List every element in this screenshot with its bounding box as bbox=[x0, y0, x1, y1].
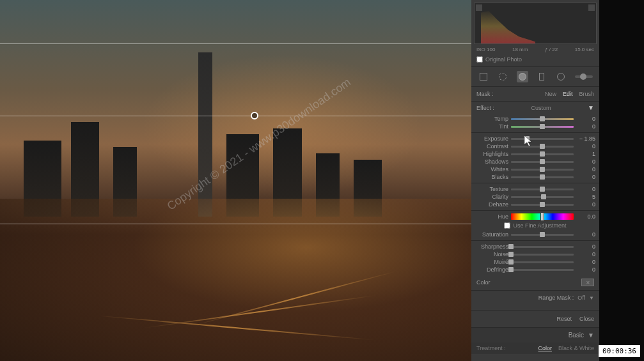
moire-value[interactable]: 0 bbox=[576, 259, 595, 265]
moire-slider[interactable] bbox=[511, 261, 574, 263]
treatment-color[interactable]: Color bbox=[538, 345, 552, 351]
dehaze-value[interactable]: 0 bbox=[576, 201, 595, 208]
tint-slider[interactable] bbox=[511, 126, 574, 128]
whites-slider[interactable] bbox=[511, 169, 574, 171]
photo-preview[interactable]: Copyright © 2021 - www.p30download.com bbox=[0, 0, 471, 361]
highlights-value[interactable]: 1 bbox=[576, 151, 595, 157]
video-timestamp: 00:00:36 bbox=[599, 345, 640, 357]
texture-value[interactable]: 0 bbox=[576, 186, 595, 192]
sharpness-label: Sharpness bbox=[475, 243, 508, 250]
defringe-slider[interactable] bbox=[511, 269, 574, 271]
saturation-value[interactable]: 0 bbox=[576, 231, 595, 238]
temp-value[interactable]: 0 bbox=[576, 116, 595, 122]
adjustment-pin[interactable] bbox=[251, 112, 258, 119]
shadows-slider[interactable] bbox=[511, 161, 574, 163]
shadows-value[interactable]: 0 bbox=[576, 158, 595, 165]
dehaze-slider[interactable] bbox=[511, 204, 574, 206]
highlights-slider[interactable] bbox=[511, 153, 574, 155]
exposure-label: Exposure bbox=[475, 135, 508, 142]
treatment-label: Treatment : bbox=[476, 345, 506, 351]
disclosure-icon: ▼ bbox=[588, 332, 594, 339]
hue-label: Hue bbox=[475, 213, 508, 220]
right-dark-strip bbox=[599, 0, 644, 361]
tool-strip bbox=[471, 66, 599, 87]
close-button[interactable]: Close bbox=[579, 316, 594, 322]
clarity-value[interactable]: 5 bbox=[576, 194, 595, 200]
texture-label: Texture bbox=[475, 186, 508, 192]
tint-label: Tint bbox=[475, 123, 508, 130]
clarity-label: Clarity bbox=[475, 194, 508, 200]
guide-line[interactable] bbox=[0, 43, 471, 44]
radial-tool-icon[interactable] bbox=[517, 71, 528, 82]
blacks-label: Blacks bbox=[475, 174, 508, 180]
mask-tab-brush[interactable]: Brush bbox=[579, 91, 594, 97]
dehaze-label: Dehaze bbox=[475, 201, 508, 208]
guide-line[interactable] bbox=[0, 224, 471, 224]
noise-slider[interactable] bbox=[511, 254, 574, 256]
highlight-clip-icon[interactable] bbox=[588, 4, 595, 11]
shadow-clip-icon[interactable] bbox=[476, 4, 482, 11]
brush-size-slider[interactable] bbox=[575, 75, 593, 78]
color-swatch[interactable] bbox=[581, 279, 594, 286]
hue-value[interactable]: 0.0 bbox=[576, 213, 595, 220]
tint-value[interactable]: 0 bbox=[576, 123, 595, 130]
mask-label: Mask : bbox=[476, 91, 494, 97]
contrast-value[interactable]: 0 bbox=[576, 143, 595, 150]
crop-tool-icon[interactable] bbox=[478, 71, 489, 82]
guide-line[interactable] bbox=[0, 116, 471, 116]
exposure-slider[interactable] bbox=[511, 138, 574, 140]
blacks-value[interactable]: 0 bbox=[576, 174, 595, 180]
original-photo-input[interactable] bbox=[476, 56, 483, 63]
shadows-label: Shadows bbox=[475, 158, 508, 165]
blacks-slider[interactable] bbox=[511, 176, 574, 178]
defringe-label: Defringe bbox=[475, 266, 508, 273]
disclosure-icon[interactable]: ▼ bbox=[588, 104, 594, 111]
defringe-value[interactable]: 0 bbox=[576, 266, 595, 273]
temp-label: Temp bbox=[475, 116, 508, 122]
moire-label: Moiré bbox=[475, 259, 508, 265]
clarity-slider[interactable] bbox=[511, 196, 574, 198]
noise-label: Noise bbox=[475, 251, 508, 257]
basic-panel-header[interactable]: Basic ▼ bbox=[471, 327, 599, 342]
histogram[interactable] bbox=[474, 3, 597, 44]
saturation-label: Saturation bbox=[475, 231, 508, 238]
circular-tool-icon[interactable] bbox=[555, 71, 567, 82]
temp-slider[interactable] bbox=[511, 118, 574, 120]
graduated-tool-icon[interactable] bbox=[536, 71, 547, 82]
sharpness-slider[interactable] bbox=[511, 246, 574, 248]
chevron-down-icon[interactable]: ▼ bbox=[589, 295, 594, 301]
effect-dropdown[interactable]: Custom bbox=[531, 105, 551, 111]
contrast-slider[interactable] bbox=[511, 146, 574, 148]
fine-adjustment-checkbox[interactable]: Use Fine Adjustment bbox=[471, 220, 599, 231]
develop-panel: ISO 100 18 mm ƒ / 22 15.0 sec Original P… bbox=[471, 0, 599, 361]
contrast-label: Contrast bbox=[475, 143, 508, 150]
highlights-label: Highlights bbox=[475, 151, 508, 157]
spot-tool-icon[interactable] bbox=[497, 71, 508, 82]
range-mask-dropdown[interactable]: Off bbox=[577, 295, 585, 301]
mask-tab-edit[interactable]: Edit bbox=[563, 91, 573, 97]
exposure-value[interactable]: − 1.85 bbox=[576, 135, 595, 142]
exif-info: ISO 100 18 mm ƒ / 22 15.0 sec bbox=[473, 45, 598, 54]
cityscape-image bbox=[0, 0, 471, 361]
noise-value[interactable]: 0 bbox=[576, 251, 595, 257]
cursor-icon bbox=[524, 135, 533, 147]
hue-slider[interactable] bbox=[511, 213, 574, 220]
original-photo-checkbox[interactable]: Original Photo bbox=[473, 54, 598, 65]
color-label: Color bbox=[476, 279, 491, 286]
saturation-slider[interactable] bbox=[511, 234, 574, 236]
sharpness-value[interactable]: 0 bbox=[576, 243, 595, 250]
whites-label: Whites bbox=[475, 166, 508, 173]
reset-button[interactable]: Reset bbox=[556, 316, 572, 322]
whites-value[interactable]: 0 bbox=[576, 166, 595, 173]
mask-tab-new[interactable]: New bbox=[545, 91, 556, 97]
effect-label: Effect : bbox=[476, 105, 494, 111]
range-mask-label: Range Mask : bbox=[538, 295, 574, 301]
texture-slider[interactable] bbox=[511, 188, 574, 190]
treatment-bw[interactable]: Black & White bbox=[558, 345, 594, 351]
